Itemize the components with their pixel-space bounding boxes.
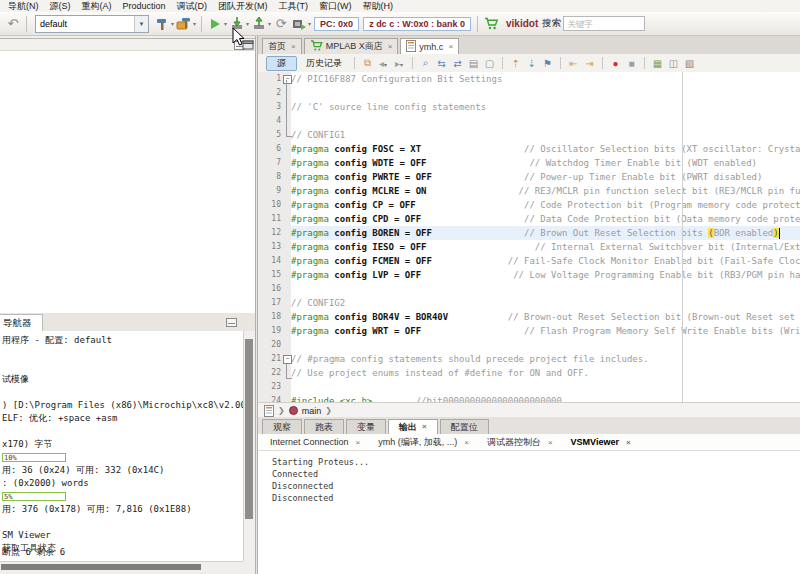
code-line[interactable]: 10#pragma config CP = OFF // Code Protec… (258, 198, 800, 212)
code-line[interactable]: 5// CONFIG1 (258, 128, 800, 142)
code-line[interactable]: 16 (258, 282, 800, 296)
code-line[interactable]: 9#pragma config MCLRE = ON // RE3/MCLR p… (258, 184, 800, 198)
uncomment-icon[interactable]: ◫ (667, 58, 680, 69)
code-line[interactable]: 1−// PIC16F887 Configuration Bit Setting… (258, 72, 800, 86)
close-icon[interactable]: × (626, 438, 631, 447)
find-next-occurrence-icon[interactable]: ⇄ (451, 58, 464, 69)
clean-build-button[interactable] (175, 15, 193, 33)
output-tab[interactable]: 调试器控制台× (479, 436, 561, 449)
code-line[interactable]: 18#pragma config BOR4V = BOR40V // Brown… (258, 310, 800, 324)
code-line[interactable]: 4 (258, 114, 800, 128)
scrollbar-thumb[interactable] (1, 564, 201, 570)
shift-line-right-icon[interactable]: ⇥ (583, 58, 596, 69)
program-device-button[interactable] (228, 15, 246, 33)
output-tab[interactable]: Internet Connection× (262, 437, 368, 447)
fold-toggle-icon[interactable]: − (283, 355, 292, 364)
code-line[interactable]: 13#pragma config IESO = OFF // Internal … (258, 240, 800, 254)
code-line[interactable]: 20 (258, 338, 800, 352)
code-line[interactable]: 15#pragma config LVP = OFF // Low Voltag… (258, 268, 800, 282)
build-project-button[interactable] (153, 15, 171, 33)
chevron-down-icon[interactable]: ▼ (134, 16, 148, 32)
undo-history-icon[interactable]: ↶ (4, 15, 22, 33)
menu-item[interactable]: 帮助(H) (363, 0, 394, 12)
previous-bookmark-icon[interactable]: ⇡ (509, 58, 522, 69)
menu-item[interactable]: 调试(D) (177, 0, 208, 12)
code-line[interactable]: 19#pragma config WRT = OFF // Flash Prog… (258, 324, 800, 338)
next-bookmark-icon[interactable]: ⇣ (525, 58, 538, 69)
last-edit-icon[interactable]: ⧉ (361, 57, 374, 69)
toggle-bookmark-icon[interactable]: ⚑ (541, 58, 554, 69)
scrollbar-thumb[interactable] (245, 339, 253, 519)
document-tab[interactable]: ymh.c× (400, 38, 459, 54)
shift-line-left-icon[interactable]: ⇤ (567, 58, 580, 69)
history-view-button[interactable]: 历史记录 (300, 57, 348, 70)
clean-build-dropdown-icon[interactable]: ▾ (193, 20, 196, 27)
close-icon[interactable]: × (448, 42, 453, 51)
code-line[interactable]: 17// CONFIG2 (258, 296, 800, 310)
close-icon[interactable]: × (464, 438, 469, 447)
code-line[interactable]: 12#pragma config BOREN = OFF // Brown Ou… (258, 226, 800, 240)
navigator-horizontal-scrollbar[interactable] (0, 561, 243, 572)
menu-item[interactable]: 源(S) (50, 0, 71, 12)
close-icon[interactable]: × (356, 438, 361, 447)
find-previous-occurrence-icon[interactable]: ⇆ (435, 58, 448, 69)
back-icon[interactable]: ◂▾ (377, 58, 390, 69)
configuration-select[interactable]: default ▼ (35, 15, 149, 33)
menu-item[interactable]: 工具(T) (279, 0, 309, 12)
read-device-dropdown-icon[interactable]: ▾ (268, 20, 271, 27)
run-project-button[interactable] (206, 15, 224, 33)
code-line[interactable]: 6#pragma config FOSC = XT // Oscillator … (258, 142, 800, 156)
code-line[interactable]: 7#pragma config WDTE = OFF // Watchdog T… (258, 156, 800, 170)
menu-item[interactable]: Production (123, 0, 166, 12)
document-tab[interactable]: MPLAB X商店× (304, 38, 399, 54)
toggle-highlight-icon[interactable]: ▤ (467, 58, 480, 69)
comment-icon[interactable]: ▦ (651, 58, 664, 69)
panel-tab[interactable]: 配置位 (440, 419, 489, 434)
code-line[interactable]: 14#pragma config FCMEN = OFF // Fail-Saf… (258, 254, 800, 268)
go-to-header-icon[interactable]: ▧ (683, 58, 696, 69)
minimize-panel-button[interactable] (234, 41, 245, 50)
close-icon[interactable]: × (291, 42, 296, 51)
build-dropdown-icon[interactable]: ▾ (171, 20, 174, 27)
code-line[interactable]: 2 (258, 86, 800, 100)
panel-tab[interactable]: 输出× (388, 419, 438, 434)
code-line[interactable]: 3// 'C' source line config statements (258, 100, 800, 114)
refresh-debug-icon[interactable]: ⟳ (272, 15, 290, 33)
menu-item[interactable]: 窗口(W) (319, 0, 352, 12)
debug-device-dropdown-icon[interactable]: ▾ (308, 20, 311, 27)
source-view-button[interactable]: 源 (266, 56, 297, 71)
navigator-vertical-scrollbar[interactable] (243, 331, 255, 561)
program-device-dropdown-icon[interactable]: ▾ (246, 20, 249, 27)
close-icon[interactable]: × (388, 42, 393, 51)
debug-device-button[interactable] (290, 15, 308, 33)
code-line[interactable]: 21−// #pragma config statements should p… (258, 352, 800, 366)
code-editor[interactable]: 1−// PIC16F887 Configuration Bit Setting… (258, 72, 800, 402)
read-device-button[interactable] (250, 15, 268, 33)
menu-item[interactable]: 导航(N) (8, 0, 39, 12)
code-line[interactable]: 8#pragma config PWRTE = OFF // Power-up … (258, 170, 800, 184)
search-input[interactable] (563, 16, 645, 31)
find-icon[interactable]: ⌕ (419, 57, 432, 69)
menu-item[interactable]: 团队开发(M) (218, 0, 268, 12)
forward-icon[interactable]: ▸▾ (393, 58, 406, 69)
code-line[interactable]: 24#include <xc.h> //bit00000000000000000… (258, 394, 800, 402)
tab-navigator[interactable]: 导航器 (0, 314, 43, 331)
stop-macro-recording-icon[interactable]: ■ (625, 58, 638, 69)
run-dropdown-icon[interactable]: ▾ (224, 20, 227, 27)
menu-item[interactable]: 重构(A) (82, 0, 112, 12)
output-tab[interactable]: VSMViewer× (563, 437, 639, 447)
start-macro-recording-icon[interactable]: ● (609, 58, 622, 69)
close-icon[interactable]: × (422, 420, 427, 434)
document-tab[interactable]: 首页× (262, 38, 302, 54)
store-cart-icon[interactable] (482, 15, 500, 33)
minimize-panel-button[interactable] (226, 318, 237, 327)
panel-tab[interactable]: 变量 (346, 419, 386, 434)
output-tab[interactable]: ymh (编译, 加载, ...)× (370, 436, 477, 449)
panel-tab[interactable]: 观察 (262, 419, 302, 434)
rectangular-selection-icon[interactable]: ▢ (483, 58, 496, 69)
code-line[interactable]: 22// Use project enums instead of #defin… (258, 366, 800, 380)
breadcrumb-item-main[interactable]: main (302, 406, 322, 416)
close-icon[interactable]: × (548, 438, 553, 447)
panel-tab[interactable]: 跑表 (304, 419, 344, 434)
code-line[interactable]: 23 (258, 380, 800, 394)
